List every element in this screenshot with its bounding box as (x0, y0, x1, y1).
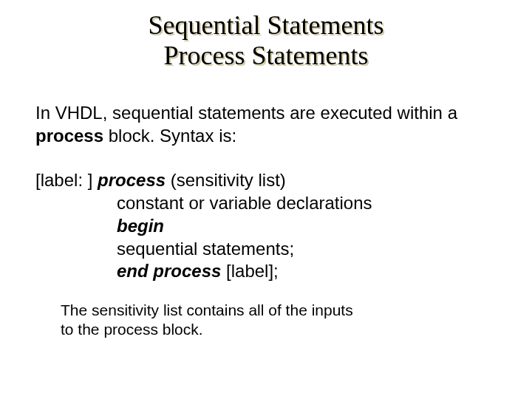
syntax-process-keyword: process (98, 170, 166, 190)
syntax-line-4: sequential statements; (35, 238, 497, 261)
slide: Sequential Statements Process Statements… (0, 0, 532, 399)
intro-text-pre: In VHDL, sequential statements are execu… (35, 103, 457, 123)
syntax-line-2: constant or variable declarations (35, 192, 497, 215)
syntax-end-process-keyword: end process (117, 261, 221, 281)
note-line-1: The sensitivity list contains all of the… (61, 301, 497, 320)
note-paragraph: The sensitivity list contains all of the… (35, 301, 497, 340)
slide-title: Sequential Statements Process Statements (0, 0, 532, 72)
syntax-begin-keyword: begin (117, 216, 164, 236)
slide-body: In VHDL, sequential statements are execu… (35, 102, 497, 340)
intro-bold-process: process (35, 126, 103, 146)
intro-paragraph: In VHDL, sequential statements are execu… (35, 102, 497, 147)
syntax-end-label: [label]; (221, 261, 278, 281)
intro-text-post: block. Syntax is: (103, 126, 236, 146)
syntax-label: [label: ] (35, 170, 98, 190)
syntax-line-5: end process [label]; (35, 260, 497, 283)
syntax-line-3: begin (35, 215, 497, 238)
title-line-1: Sequential Statements (0, 10, 532, 41)
syntax-block: [label: ] process (sensitivity list) con… (35, 169, 497, 283)
note-line-2: to the process block. (61, 320, 497, 339)
syntax-line-1: [label: ] process (sensitivity list) (35, 169, 497, 192)
title-line-2: Process Statements (0, 41, 532, 71)
syntax-sens-list: (sensitivity list) (166, 170, 286, 190)
